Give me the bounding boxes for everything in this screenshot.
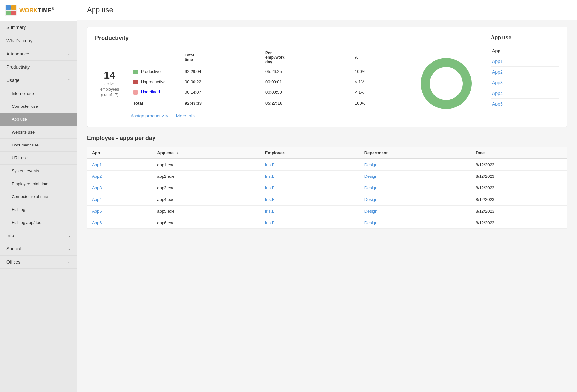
table-row: App3 app3.exe Iris.B Design 8/12/2023: [87, 182, 567, 194]
sidebar-item-computer-use[interactable]: Computer use: [0, 100, 77, 113]
app6-row-link[interactable]: App6: [92, 220, 102, 225]
svg-rect-2: [11, 5, 16, 10]
sidebar-item-internet-use[interactable]: Internet use: [0, 87, 77, 100]
table-row: Unproductive 00:00:22 00:00:01 < 1%: [131, 77, 411, 87]
chevron-up-icon: ⌃: [68, 78, 71, 83]
sidebar: WORKTIME® Summary What's today Attendanc…: [0, 0, 77, 392]
list-item: App2: [491, 67, 559, 77]
sidebar-item-full-log-app[interactable]: Full log app/doc: [0, 216, 77, 229]
dept-link[interactable]: Design: [364, 209, 377, 214]
sidebar-item-whats-today[interactable]: What's today: [0, 34, 77, 47]
page-title: App use: [87, 6, 567, 14]
cell-department: Design: [360, 159, 471, 171]
more-info-link[interactable]: More info: [176, 113, 195, 118]
cell-department: Design: [360, 171, 471, 182]
sidebar-item-attendance[interactable]: Attendance ⌄: [0, 47, 77, 61]
appuse-panel: App use App App1 App2: [483, 27, 567, 127]
unproductive-per-empl: 00:00:01: [263, 77, 352, 87]
table-row: App4 app4.exe Iris.B Design 8/12/2023: [87, 194, 567, 206]
sidebar-item-system-events[interactable]: System events: [0, 165, 77, 177]
sidebar-nav: Summary What's today Attendance ⌄ Produc…: [0, 21, 77, 269]
sidebar-item-label: Info: [6, 233, 14, 238]
cell-app: App1: [87, 159, 153, 171]
employees-count-number: 14: [100, 69, 119, 81]
sidebar-item-url-use[interactable]: URL use: [0, 152, 77, 165]
undefined-dot: [133, 90, 138, 95]
row-label: Undefined: [131, 87, 182, 97]
undefined-percent: < 1%: [352, 87, 411, 97]
total-per-empl: 05:27:16: [263, 97, 352, 108]
employee-link[interactable]: Iris.B: [265, 162, 275, 167]
employee-link[interactable]: Iris.B: [265, 197, 275, 202]
cell-app-exe: app3.exe: [153, 182, 260, 194]
sidebar-item-label: App use: [12, 117, 27, 122]
col-date: Date: [471, 147, 567, 159]
cell-app-exe: app2.exe: [153, 171, 260, 182]
cell-employee: Iris.B: [261, 171, 360, 182]
dept-link[interactable]: Design: [364, 220, 377, 225]
employee-link[interactable]: Iris.B: [265, 220, 275, 225]
sidebar-item-usage[interactable]: Usage ⌃: [0, 74, 77, 87]
appuse-col-header: App: [491, 46, 559, 56]
undefined-link[interactable]: Undefined: [141, 89, 160, 94]
app1-row-link[interactable]: App1: [92, 162, 102, 167]
sidebar-item-label: System events: [12, 168, 39, 173]
sidebar-item-app-use[interactable]: App use: [0, 113, 77, 126]
sidebar-item-special[interactable]: Special ⌄: [0, 242, 77, 256]
dept-link[interactable]: Design: [364, 186, 377, 190]
cell-app-exe: app4.exe: [153, 194, 260, 206]
app3-row-link[interactable]: App3: [92, 186, 102, 190]
sidebar-item-document-use[interactable]: Document use: [0, 139, 77, 152]
undefined-per-empl: 00:00:50: [263, 87, 352, 97]
sidebar-item-label: Computer use: [12, 104, 38, 109]
cell-app: App4: [87, 194, 153, 206]
sidebar-item-employee-total[interactable]: Employee total time: [0, 177, 77, 190]
sidebar-item-productivity[interactable]: Productivity: [0, 61, 77, 74]
cell-employee: Iris.B: [261, 159, 360, 171]
sidebar-item-full-log[interactable]: Full log: [0, 203, 77, 216]
appuse-panel-title: App use: [491, 35, 559, 41]
employee-link[interactable]: Iris.B: [265, 209, 275, 214]
total-percent: 100%: [352, 97, 411, 108]
sidebar-item-summary[interactable]: Summary: [0, 21, 77, 34]
app3-link[interactable]: App3: [492, 80, 503, 85]
app2-row-link[interactable]: App2: [92, 174, 102, 179]
sidebar-item-computer-total[interactable]: Computer total time: [0, 190, 77, 203]
col-department: Department: [360, 147, 471, 159]
app2-link[interactable]: App2: [492, 69, 503, 75]
dept-link[interactable]: Design: [364, 162, 377, 167]
total-time: 92:43:33: [182, 97, 263, 108]
list-item: App3: [491, 77, 559, 88]
sidebar-item-info[interactable]: Info ⌄: [0, 229, 77, 242]
table-row: App2 app2.exe Iris.B Design 8/12/2023: [87, 171, 567, 182]
appuse-item: App2: [491, 67, 559, 77]
employee-apps-section: Employee - apps per day App App exe ▲ Em…: [87, 135, 567, 229]
row-label: Productive: [131, 66, 182, 77]
sidebar-item-label: Full log app/doc: [12, 220, 41, 225]
dept-link[interactable]: Design: [364, 174, 377, 179]
app1-link[interactable]: App1: [492, 59, 503, 64]
sidebar-item-website-use[interactable]: Website use: [0, 126, 77, 139]
main-content: App use Productivity 14 activeemployees(…: [77, 0, 577, 392]
col-header-percent: %: [352, 49, 411, 66]
sidebar-item-label: What's today: [6, 38, 33, 43]
list-item: App1: [491, 56, 559, 67]
undefined-total: 00:14:07: [182, 87, 263, 97]
employee-link[interactable]: Iris.B: [265, 186, 275, 190]
app4-link[interactable]: App4: [492, 91, 503, 96]
col-app: App: [87, 147, 153, 159]
dept-link[interactable]: Design: [364, 197, 377, 202]
app5-link[interactable]: App5: [492, 101, 503, 106]
sidebar-item-offices[interactable]: Offices ⌄: [0, 256, 77, 269]
sidebar-item-label: Productivity: [6, 65, 30, 70]
total-label: Total: [131, 97, 182, 108]
app5-row-link[interactable]: App5: [92, 209, 102, 214]
productive-per-empl: 05:26:25: [263, 66, 352, 77]
productivity-title: Productivity: [95, 35, 475, 42]
app4-row-link[interactable]: App4: [92, 197, 102, 202]
top-layout: Productivity 14 activeemployees(out of 1…: [87, 27, 567, 127]
table-row: Productive 92:29:04 05:26:25 100%: [131, 66, 411, 77]
employee-link[interactable]: Iris.B: [265, 174, 275, 179]
col-app-exe[interactable]: App exe ▲: [153, 147, 260, 159]
assign-productivity-link[interactable]: Assign productivity: [131, 113, 168, 118]
